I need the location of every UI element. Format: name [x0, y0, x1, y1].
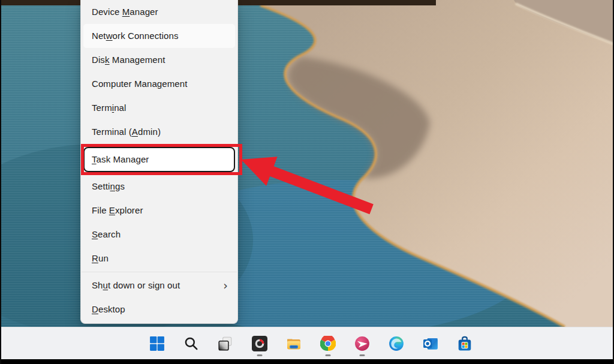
menu-item-label: Device Manager [92, 7, 158, 17]
menu-item-terminal-admin[interactable]: Terminal (Admin) [81, 120, 237, 144]
menu-item-terminal[interactable]: Terminal [81, 96, 237, 120]
chevron-right-icon: › [223, 273, 228, 297]
store-icon [457, 336, 472, 351]
menu-item-label: Computer Management [92, 79, 188, 89]
edge-icon [389, 336, 404, 351]
menu-item-label: Shut down or sign out [92, 280, 180, 290]
menu-item-desktop[interactable]: Desktop [81, 297, 237, 321]
menu-item-disk-management[interactable]: Disk Management [81, 48, 237, 72]
menu-item-label: Settings [92, 181, 125, 191]
taskbar-chrome-button[interactable] [316, 330, 340, 357]
menu-item-label: Terminal (Admin) [92, 127, 161, 137]
dark-ring-app-icon [252, 336, 267, 351]
taskbar-outlook-button[interactable] [419, 330, 443, 357]
task-view-icon [218, 336, 233, 351]
taskbar-start-button[interactable] [145, 330, 169, 357]
menu-item-computer-management[interactable]: Computer Management [81, 72, 237, 96]
taskbar-microsoft-store-button[interactable] [453, 330, 477, 357]
screenshot-bottom-border [1, 359, 614, 364]
taskbar [1, 327, 614, 360]
taskbar-recorder-app-button[interactable] [248, 330, 272, 357]
menu-item-label: Disk Management [92, 55, 165, 65]
menu-item-label: Run [92, 253, 109, 263]
menu-item-label: Desktop [92, 304, 125, 314]
menu-item-label: Task Manager [92, 154, 149, 164]
context-menu: Device ManagerNetwork ConnectionsDisk Ma… [80, 0, 238, 324]
taskbar-task-view-button[interactable] [213, 330, 237, 357]
running-indicator [360, 354, 365, 356]
running-indicator [326, 354, 331, 356]
taskbar-search-button[interactable] [179, 330, 203, 357]
menu-item-search[interactable]: Search [81, 222, 237, 246]
menu-item-network-connections[interactable]: Network Connections [83, 24, 235, 48]
search-icon [183, 336, 199, 351]
windows-logo-icon [149, 336, 165, 351]
menu-item-file-explorer[interactable]: File Explorer [81, 198, 237, 222]
taskbar-file-explorer-button[interactable] [282, 330, 306, 357]
running-indicator [257, 354, 263, 356]
chrome-icon [320, 336, 336, 351]
folder-icon [286, 336, 302, 351]
taskbar-skitch-button[interactable] [350, 330, 374, 357]
menu-item-label: Search [92, 229, 121, 239]
outlook-icon [423, 336, 438, 351]
desktop: Device ManagerNetwork ConnectionsDisk Ma… [0, 0, 614, 364]
menu-item-run[interactable]: Run [81, 246, 237, 270]
menu-item-label: Network Connections [92, 31, 179, 41]
menu-item-label: File Explorer [92, 205, 143, 215]
pink-feather-app-icon [354, 336, 370, 351]
menu-item-settings[interactable]: Settings [81, 175, 237, 198]
menu-item-label: Terminal [92, 103, 127, 113]
menu-item-task-manager[interactable]: Task Manager [83, 147, 235, 172]
menu-item-device-manager[interactable]: Device Manager [81, 0, 237, 24]
menu-item-shut-down-or-sign-out[interactable]: Shut down or sign out› [81, 273, 237, 297]
taskbar-edge-button[interactable] [384, 330, 408, 357]
